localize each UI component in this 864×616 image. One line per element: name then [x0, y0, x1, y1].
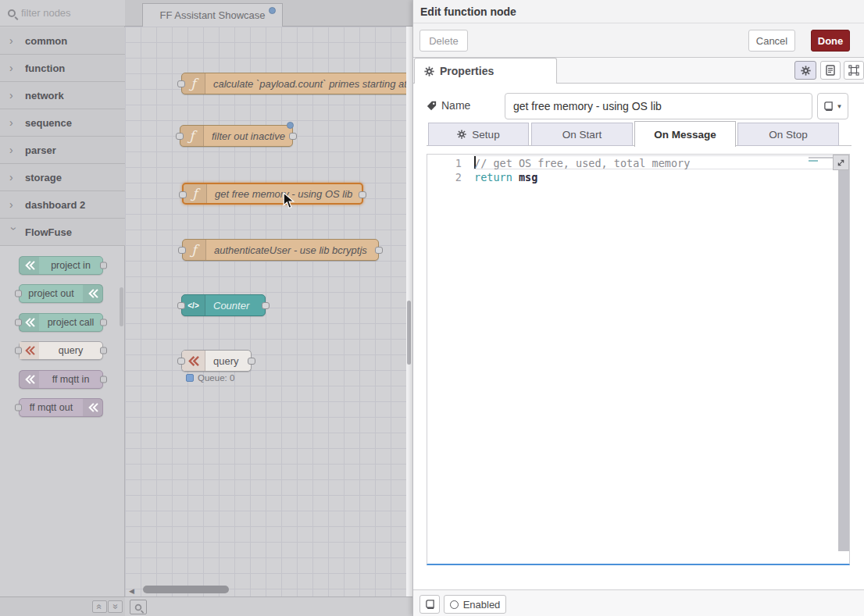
- input-port[interactable]: [15, 347, 22, 354]
- input-port[interactable]: [177, 302, 185, 309]
- done-button[interactable]: Done: [811, 30, 850, 52]
- function-icon: ƒ: [180, 126, 204, 146]
- palette-node-ff-mqtt-in[interactable]: ff mqtt in: [19, 370, 103, 389]
- output-port[interactable]: [262, 302, 270, 309]
- palette-scrollbar[interactable]: [120, 287, 123, 326]
- editor-scrollbar[interactable]: [838, 155, 849, 551]
- palette-category-parser[interactable]: › parser: [0, 137, 125, 164]
- tray-title: Edit function node: [420, 5, 516, 18]
- output-port[interactable]: [100, 347, 107, 354]
- double-chevron-up-icon: «: [96, 604, 104, 610]
- collapse-all-button[interactable]: «: [92, 600, 107, 613]
- code-icon: </>: [182, 295, 205, 315]
- palette-node-project-in[interactable]: project in: [19, 256, 103, 275]
- palette-category-common[interactable]: › common: [0, 27, 125, 55]
- chevron-down-icon: ›: [8, 227, 20, 240]
- output-port[interactable]: [100, 319, 107, 326]
- library-dropdown-button[interactable]: ▼: [817, 93, 848, 119]
- input-port[interactable]: [177, 358, 185, 365]
- node-filter-out-inactive[interactable]: ƒ filter out inactive: [180, 125, 293, 147]
- tab-setup[interactable]: Setup: [428, 123, 529, 146]
- search-flows-button[interactable]: [130, 600, 147, 614]
- palette-node-ff-mqtt-out[interactable]: ff mqtt out: [19, 398, 103, 417]
- book-icon: [425, 600, 435, 610]
- node-calculate-primes[interactable]: ƒ calculate `payload.count` primes start…: [181, 73, 406, 94]
- input-port[interactable]: [179, 191, 187, 198]
- flowfuse-icon: [20, 314, 39, 331]
- name-input[interactable]: [505, 93, 812, 119]
- palette-filter[interactable]: [0, 0, 125, 27]
- tab-on-message[interactable]: On Message: [634, 121, 736, 147]
- edit-tray: Edit function node Delete Cancel Done: [412, 0, 864, 616]
- chevron-right-icon: ›: [9, 89, 22, 101]
- chevron-right-icon: ›: [9, 116, 22, 129]
- output-port[interactable]: [359, 191, 366, 198]
- tag-icon: [427, 101, 437, 111]
- palette-category-function[interactable]: › function: [0, 55, 125, 82]
- node-authenticate-user[interactable]: ƒ authenticateUser - use lib bcryptjs: [182, 239, 379, 261]
- input-port[interactable]: [15, 319, 22, 326]
- flowfuse-icon: [83, 285, 102, 302]
- node-counter[interactable]: </> Counter: [181, 294, 266, 316]
- cancel-button[interactable]: Cancel: [748, 30, 795, 52]
- vertical-scrollbar-track[interactable]: [406, 27, 412, 596]
- flow-tab[interactable]: FF Assistant Showcase: [142, 3, 283, 27]
- input-port[interactable]: [177, 80, 185, 87]
- palette-category-dashboard-2[interactable]: › dashboard 2: [0, 191, 125, 219]
- output-port[interactable]: [289, 133, 297, 140]
- input-port[interactable]: [15, 404, 22, 411]
- flow-workspace: FF Assistant Showcase ƒ calculate `paylo…: [125, 0, 412, 616]
- expand-all-button[interactable]: «: [108, 600, 123, 613]
- output-port[interactable]: [100, 262, 107, 269]
- palette-node-project-call[interactable]: project call: [19, 313, 103, 332]
- palette-category-storage[interactable]: › storage: [0, 164, 125, 191]
- node-get-free-memory[interactable]: ƒ get free memory - using OS lib: [182, 183, 363, 205]
- function-icon: ƒ: [184, 184, 207, 203]
- tab-properties[interactable]: Properties: [414, 58, 557, 84]
- gear-icon: [457, 130, 466, 139]
- editor-minimap: [809, 157, 835, 163]
- horizontal-scrollbar[interactable]: [143, 586, 229, 593]
- tab-on-start[interactable]: On Start: [531, 123, 633, 146]
- enabled-toggle-button[interactable]: Enabled: [444, 595, 506, 614]
- name-row: Name ▼: [427, 93, 852, 119]
- flow-canvas[interactable]: ƒ calculate `payload.count` primes start…: [125, 27, 406, 596]
- palette-category-sequence[interactable]: › sequence: [0, 109, 125, 137]
- description-button[interactable]: [820, 61, 841, 80]
- palette-category-flowfuse[interactable]: › FlowFuse: [0, 219, 125, 246]
- scroll-left-arrow[interactable]: ◀: [129, 587, 134, 595]
- appearance-button[interactable]: [844, 61, 864, 80]
- input-port[interactable]: [176, 133, 184, 140]
- workspace-footer: [125, 596, 412, 616]
- modified-dot: [269, 7, 276, 14]
- flowfuse-icon: [20, 257, 39, 274]
- input-port[interactable]: [15, 290, 22, 297]
- flowfuse-icon: [20, 342, 39, 359]
- code-editor[interactable]: 1 2 // get OS free, used, total memory r…: [427, 154, 850, 565]
- properties-gear-button[interactable]: [794, 61, 816, 80]
- palette-node-query[interactable]: query: [19, 341, 103, 360]
- output-port[interactable]: [100, 376, 107, 383]
- output-port[interactable]: [375, 247, 383, 254]
- output-port[interactable]: [248, 358, 255, 365]
- delete-button[interactable]: Delete: [420, 30, 468, 52]
- palette-category-network[interactable]: › network: [0, 82, 125, 109]
- editor-gutter: 1 2: [427, 155, 473, 564]
- node-query[interactable]: query: [181, 350, 252, 372]
- chevron-right-icon: ›: [9, 62, 22, 74]
- tab-on-stop[interactable]: On Stop: [737, 123, 839, 146]
- chevron-right-icon: ›: [9, 198, 22, 211]
- expand-editor-button[interactable]: [833, 155, 849, 170]
- palette-node-project-out[interactable]: project out: [19, 284, 103, 303]
- input-port[interactable]: [178, 247, 186, 254]
- tray-body: Name ▼ Setup: [413, 84, 864, 616]
- selection-scope-icon: [848, 65, 859, 76]
- tray-toolbar: Delete Cancel Done: [413, 23, 864, 58]
- vertical-scrollbar[interactable]: [407, 301, 411, 365]
- caret-down-icon: ▼: [837, 103, 843, 110]
- palette-filter-input[interactable]: [21, 7, 107, 19]
- library-button[interactable]: [420, 595, 440, 614]
- node-palette: › common › function › network › sequence…: [0, 0, 125, 616]
- node-status: Queue: 0: [186, 373, 234, 383]
- double-chevron-down-icon: «: [112, 604, 120, 610]
